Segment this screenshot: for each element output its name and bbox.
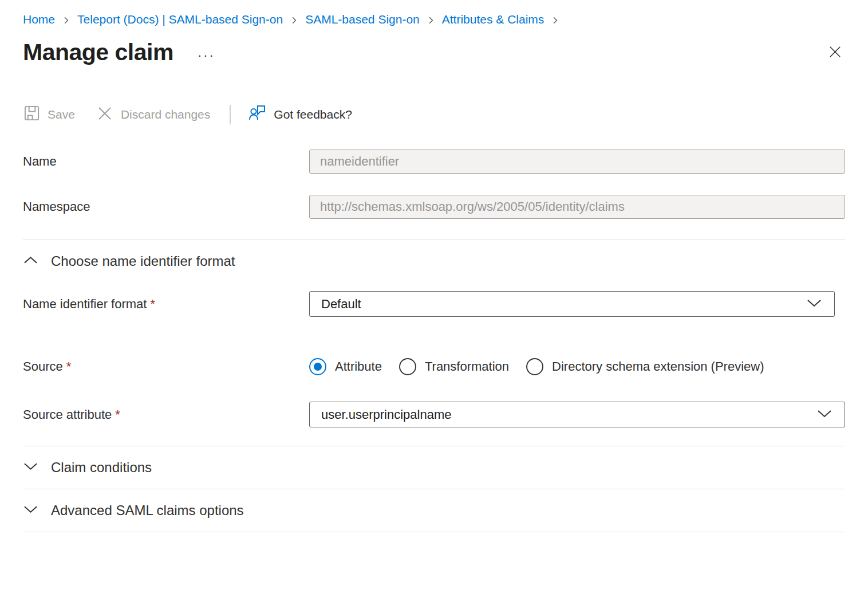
close-button[interactable] (825, 42, 845, 64)
discard-changes-label: Discard changes (121, 108, 210, 121)
advanced-saml-options-section-header[interactable]: Advanced SAML claims options (23, 489, 845, 532)
required-marker: * (150, 297, 155, 311)
discard-x-icon (96, 104, 114, 125)
name-identifier-format-label: Name identifier format* (23, 297, 309, 312)
save-button[interactable]: Save (23, 104, 75, 125)
more-options-button[interactable]: ··· (198, 48, 215, 63)
claim-conditions-section-header[interactable]: Claim conditions (23, 446, 845, 489)
source-row: Source* Attribute Transformation Directo… (23, 358, 845, 375)
name-identifier-section-header[interactable]: Choose name identifier format (23, 253, 845, 269)
feedback-person-icon (248, 104, 267, 125)
name-input[interactable] (309, 150, 845, 174)
claim-conditions-title: Claim conditions (51, 459, 152, 476)
chevron-right-icon (551, 16, 559, 25)
breadcrumb-link-attributes-claims[interactable]: Attributes & Claims (442, 13, 545, 26)
got-feedback-button[interactable]: Got feedback? (248, 104, 352, 125)
chevron-right-icon (290, 16, 298, 25)
title-row: Manage claim ··· (23, 39, 845, 66)
chevron-down-icon (806, 297, 823, 312)
source-label: Source* (23, 359, 309, 374)
page-title: Manage claim (23, 39, 173, 66)
chevron-right-icon (427, 16, 435, 25)
source-attribute-dropdown[interactable]: user.userprincipalname (309, 402, 845, 427)
section-divider (23, 239, 845, 239)
advanced-saml-options-title: Advanced SAML claims options (51, 502, 244, 519)
section-divider (23, 532, 845, 532)
source-attribute-value: user.userprincipalname (321, 407, 451, 422)
radio-directory-schema-extension-label: Directory schema extension (Preview) (552, 359, 764, 374)
chevron-up-icon (23, 254, 38, 268)
close-icon (827, 53, 843, 61)
breadcrumb-link-saml-signon[interactable]: SAML-based Sign-on (305, 13, 420, 26)
name-identifier-format-row: Name identifier format* Default (23, 291, 845, 317)
name-label: Name (23, 154, 309, 169)
breadcrumb: Home Teleport (Docs) | SAML-based Sign-o… (23, 13, 845, 26)
required-marker: * (115, 407, 120, 422)
discard-changes-button[interactable]: Discard changes (96, 104, 210, 125)
radio-attribute-label: Attribute (335, 359, 382, 374)
radio-transformation[interactable]: Transformation (399, 358, 509, 375)
namespace-label: Namespace (23, 199, 309, 214)
toolbar-divider (230, 105, 231, 124)
source-radio-group: Attribute Transformation Directory schem… (309, 358, 845, 375)
save-label: Save (48, 108, 75, 121)
required-marker: * (66, 359, 72, 374)
radio-attribute[interactable]: Attribute (309, 358, 382, 375)
source-attribute-row: Source attribute* user.userprincipalname (23, 402, 845, 427)
got-feedback-label: Got feedback? (274, 108, 352, 121)
name-identifier-format-dropdown[interactable]: Default (309, 291, 835, 317)
radio-circle-icon (309, 358, 326, 375)
breadcrumb-link-app[interactable]: Teleport (Docs) | SAML-based Sign-on (77, 13, 283, 26)
radio-directory-schema-extension[interactable]: Directory schema extension (Preview) (526, 358, 764, 375)
chevron-right-icon (62, 16, 70, 25)
radio-transformation-label: Transformation (425, 359, 509, 374)
name-identifier-section-title: Choose name identifier format (51, 253, 235, 269)
radio-circle-icon (526, 358, 543, 375)
namespace-field-row: Namespace (23, 195, 845, 219)
save-icon (23, 104, 41, 125)
chevron-down-icon (23, 461, 38, 474)
source-attribute-label: Source attribute* (23, 407, 309, 422)
name-identifier-format-value: Default (321, 297, 361, 312)
chevron-down-icon (23, 504, 38, 517)
namespace-input[interactable] (309, 195, 845, 219)
name-field-row: Name (23, 150, 845, 174)
command-bar: Save Discard changes Got feedback? (23, 101, 845, 128)
chevron-down-icon (816, 407, 833, 422)
breadcrumb-link-home[interactable]: Home (23, 13, 55, 26)
manage-claim-panel: Home Teleport (Docs) | SAML-based Sign-o… (0, 0, 868, 532)
radio-circle-icon (399, 358, 416, 375)
